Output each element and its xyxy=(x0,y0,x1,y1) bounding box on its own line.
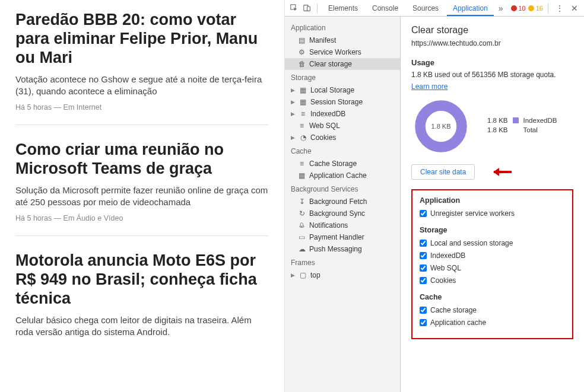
news-article[interactable]: Motorola anuncia Moto E6S por R$ 949 no … xyxy=(15,251,269,357)
gear-icon: ⚙ xyxy=(298,49,306,56)
database-icon: ≡ xyxy=(298,160,306,168)
warning-count[interactable]: 16 xyxy=(528,5,543,12)
svg-rect-2 xyxy=(307,7,310,11)
cloud-icon: ☁ xyxy=(298,246,306,253)
close-icon[interactable]: ✕ xyxy=(569,4,580,13)
checkbox-websql[interactable]: Web SQL xyxy=(420,264,565,272)
credit-card-icon: ▭ xyxy=(298,234,306,241)
news-article[interactable]: Paredão BBB 20: como votar para eliminar… xyxy=(15,11,269,125)
item-indexeddb[interactable]: ▶≡IndexedDB xyxy=(285,108,400,120)
item-payment-handler[interactable]: ▭Payment Handler xyxy=(285,231,400,243)
warning-dot-icon xyxy=(528,5,534,11)
clear-storage-panel: Clear storage https://www.techtudo.com.b… xyxy=(401,17,584,392)
devtools: Elements Console Sources Application » 1… xyxy=(285,0,584,392)
tabs-overflow-icon[interactable]: » xyxy=(496,4,506,13)
checkbox-local-session[interactable]: Local and session storage xyxy=(420,239,565,247)
group-storage: Storage xyxy=(285,70,400,84)
checkbox-indexeddb[interactable]: IndexedDB xyxy=(420,251,565,260)
checkbox-cookies[interactable]: Cookies xyxy=(420,276,565,285)
article-title: Paredão BBB 20: como votar para eliminar… xyxy=(15,11,269,68)
section-application: Application xyxy=(420,196,565,205)
group-background-services: Background Services xyxy=(285,181,400,196)
tab-application[interactable]: Application xyxy=(447,1,494,16)
article-title: Motorola anuncia Moto E6S por R$ 949 no … xyxy=(15,251,269,308)
item-clear-storage[interactable]: 🗑Clear storage xyxy=(285,58,400,70)
item-manifest[interactable]: ▤Manifest xyxy=(285,34,400,46)
group-application: Application xyxy=(285,20,400,34)
article-title: Como criar uma reunião no Microsoft Team… xyxy=(15,141,269,179)
panel-title: Clear storage xyxy=(411,25,573,36)
database-icon: ≡ xyxy=(299,110,307,118)
caret-icon: ▶ xyxy=(291,111,296,117)
application-sidebar: Application ▤Manifest ⚙Service Workers 🗑… xyxy=(285,17,401,392)
device-toggle-icon[interactable] xyxy=(301,3,312,14)
item-frame-top[interactable]: ▶▢top xyxy=(285,269,400,281)
section-cache: Cache xyxy=(420,293,565,301)
item-application-cache[interactable]: ▦Application Cache xyxy=(285,170,400,181)
inspect-element-icon[interactable] xyxy=(288,3,299,14)
devtools-tabbar: Elements Console Sources Application » 1… xyxy=(285,0,584,17)
news-panel: Paredão BBB 20: como votar para eliminar… xyxy=(0,0,285,392)
download-icon: ↧ xyxy=(298,198,306,206)
donut-center-label: 1.8 KB xyxy=(411,97,471,156)
caret-icon: ▶ xyxy=(291,87,296,93)
item-bg-sync[interactable]: ↻Background Sync xyxy=(285,208,400,219)
checkbox-unregister-sw[interactable]: Unregister service workers xyxy=(420,209,565,218)
caret-icon: ▶ xyxy=(291,272,296,278)
database-icon: ≡ xyxy=(298,122,306,130)
item-push-messaging[interactable]: ☁Push Messaging xyxy=(285,243,400,255)
clear-site-data-button[interactable]: Clear site data xyxy=(411,164,475,180)
article-meta: Há 5 horas — Em Áudio e Vídeo xyxy=(15,214,269,222)
sync-icon: ↻ xyxy=(298,210,306,218)
error-count[interactable]: 10 xyxy=(511,5,526,12)
tab-console[interactable]: Console xyxy=(366,1,404,16)
table-icon: ▦ xyxy=(298,172,306,180)
article-meta: Há 5 horas — Em Internet xyxy=(15,103,269,111)
panel-url: https://www.techtudo.com.br xyxy=(411,39,573,47)
item-session-storage[interactable]: ▶▦Session Storage xyxy=(285,96,400,108)
article-summary: Votação acontece no Gshow e segue até a … xyxy=(15,74,269,98)
kebab-menu-icon[interactable]: ⋮ xyxy=(553,4,566,13)
item-notifications[interactable]: 🕭Notifications xyxy=(285,219,400,231)
bell-icon: 🕭 xyxy=(298,222,306,230)
caret-icon: ▶ xyxy=(291,135,296,141)
usage-donut-chart: 1.8 KB xyxy=(411,97,471,156)
article-summary: Solução da Microsoft permite fazer reuni… xyxy=(15,184,269,209)
checkbox-cache-storage[interactable]: Cache storage xyxy=(420,306,565,314)
item-local-storage[interactable]: ▶▦Local Storage xyxy=(285,84,400,96)
clear-options-box: Application Unregister service workers S… xyxy=(411,189,573,339)
usage-heading: Usage xyxy=(411,58,573,67)
annotation-arrow-icon xyxy=(489,168,516,176)
trash-icon: 🗑 xyxy=(298,60,306,68)
item-cache-storage[interactable]: ≡Cache Storage xyxy=(285,158,400,170)
checkbox-app-cache[interactable]: Application cache xyxy=(420,318,565,327)
error-dot-icon xyxy=(511,5,517,11)
article-summary: Celular básico chega com leitor de digit… xyxy=(15,314,269,339)
usage-legend: 1.8 KBIndexedDB 1.8 KBTotal xyxy=(487,117,557,136)
caret-icon: ▶ xyxy=(291,99,296,105)
group-frames: Frames xyxy=(285,255,400,269)
table-icon: ▦ xyxy=(299,98,307,106)
item-cookies[interactable]: ▶◔Cookies xyxy=(285,132,400,144)
item-bg-fetch[interactable]: ↧Background Fetch xyxy=(285,196,400,208)
tab-elements[interactable]: Elements xyxy=(322,1,364,16)
section-storage: Storage xyxy=(420,226,565,234)
group-cache: Cache xyxy=(285,144,400,158)
item-service-workers[interactable]: ⚙Service Workers xyxy=(285,46,400,58)
legend-swatch-icon xyxy=(513,117,519,123)
item-websql[interactable]: ≡Web SQL xyxy=(285,120,400,132)
tab-sources[interactable]: Sources xyxy=(407,1,445,16)
learn-more-link[interactable]: Learn more xyxy=(411,82,447,91)
usage-text: 1.8 KB used out of 561356 MB storage quo… xyxy=(411,71,573,79)
window-icon: ▢ xyxy=(299,272,307,279)
table-icon: ▦ xyxy=(299,87,307,94)
cookie-icon: ◔ xyxy=(299,134,307,142)
document-icon: ▤ xyxy=(298,37,306,44)
news-article[interactable]: Como criar uma reunião no Microsoft Team… xyxy=(15,141,269,236)
